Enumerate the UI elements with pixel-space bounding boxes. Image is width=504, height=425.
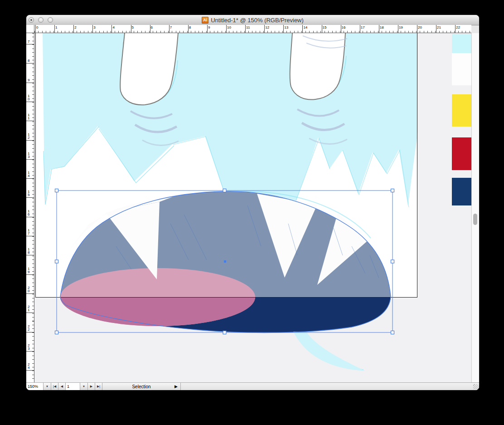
illustrator-file-icon: Ai xyxy=(202,17,208,24)
swatch-navy[interactable] xyxy=(452,178,471,205)
color-swatch-rects[interactable] xyxy=(452,34,471,205)
ruler-number: 16 xyxy=(342,25,346,29)
status-popup-arrow-icon[interactable]: ▶ xyxy=(174,384,178,389)
zoom-level-input[interactable] xyxy=(28,384,43,389)
ruler-tick xyxy=(35,25,36,33)
document-canvas[interactable] xyxy=(34,33,471,382)
swatch-red[interactable] xyxy=(452,137,471,170)
ruler-number: 22 xyxy=(456,25,460,29)
next-page-button[interactable]: ▶ xyxy=(88,383,95,390)
artwork-svg xyxy=(34,33,471,382)
vertical-scrollbar[interactable] xyxy=(471,33,479,382)
ruler-tick xyxy=(188,25,189,33)
ruler-number: 15 xyxy=(323,25,327,29)
ruler-tick xyxy=(26,121,34,121)
vertical-scrollbar-thumb[interactable] xyxy=(473,214,477,225)
ruler-number: 9 xyxy=(28,78,29,82)
previous-page-icon: ◀ xyxy=(61,385,63,388)
ruler-tick xyxy=(417,25,417,33)
ruler-number: 2 1 xyxy=(28,305,29,312)
ruler-tick xyxy=(54,25,55,33)
ruler-number: 10 xyxy=(227,25,231,29)
ruler-number: 1 8 xyxy=(28,248,29,254)
ruler-tick xyxy=(360,25,360,33)
selection-center-point xyxy=(224,260,226,263)
ruler-tick xyxy=(264,25,265,33)
ruler-number: 2 2 xyxy=(28,325,29,331)
previous-page-button[interactable]: ◀ xyxy=(58,383,66,390)
ruler-tick xyxy=(150,25,150,33)
zoom-level-field[interactable] xyxy=(26,383,44,390)
ruler-tick xyxy=(26,236,34,236)
zoom-dropdown-button[interactable]: ▼ xyxy=(44,383,51,390)
ruler-number: 7 xyxy=(170,25,172,29)
ruler-number: 21 xyxy=(437,25,441,29)
ruler-number: 3 xyxy=(93,25,95,29)
status-label: Selection xyxy=(132,384,150,389)
ruler-tick xyxy=(283,25,284,33)
ruler-number: 6 xyxy=(151,25,153,29)
horizontal-scrollbar[interactable] xyxy=(181,383,479,390)
ruler-number: 1 7 xyxy=(28,229,29,235)
window-title: Untitled-1* @ 150% (RGB/Preview) xyxy=(211,17,304,24)
ruler-number: 2 3 xyxy=(28,344,29,350)
ruler-number: 8 xyxy=(189,25,191,29)
vertical-ruler[interactable]: 7891 01 11 21 31 41 51 61 71 81 92 02 12… xyxy=(26,33,34,382)
window-resize-grip-icon[interactable] xyxy=(473,384,478,389)
status-display[interactable]: Selection ▶ xyxy=(102,383,181,390)
ruler-number: 11 xyxy=(246,25,250,29)
title-area: Ai Untitled-1* @ 150% (RGB/Preview) xyxy=(26,15,479,25)
page-number-field[interactable] xyxy=(66,383,80,390)
ruler-tick xyxy=(436,25,436,33)
ruler-tick xyxy=(26,351,34,352)
ruler-tick xyxy=(169,25,170,33)
ruler-number: 1 6 xyxy=(28,210,29,216)
horizontal-scrollbar-thumb[interactable] xyxy=(479,384,479,389)
ruler-tick xyxy=(111,25,112,33)
ruler-tick xyxy=(26,293,34,294)
swatch-yellow[interactable] xyxy=(452,94,471,127)
ruler-number: 18 xyxy=(380,25,384,29)
ruler-tick xyxy=(26,370,34,371)
screenshot-stage: Ai Untitled-1* @ 150% (RGB/Preview) 0123… xyxy=(0,0,504,425)
ruler-tick xyxy=(73,25,74,33)
last-page-button[interactable]: ▶| xyxy=(95,383,102,390)
page-number-input[interactable] xyxy=(67,384,80,389)
ruler-number: 1 3 xyxy=(28,152,29,158)
swatch-white[interactable] xyxy=(452,53,471,85)
ruler-tick xyxy=(26,159,34,160)
window-titlebar[interactable]: Ai Untitled-1* @ 150% (RGB/Preview) xyxy=(26,15,479,25)
ruler-number: 1 0 xyxy=(28,94,29,101)
page-dropdown-button[interactable]: ▼ xyxy=(80,383,88,390)
ruler-number: 5 xyxy=(132,25,134,29)
ruler-tick xyxy=(26,44,34,44)
illustrator-window: Ai Untitled-1* @ 150% (RGB/Preview) 0123… xyxy=(26,15,479,390)
chevron-down-icon: ▼ xyxy=(46,385,48,388)
ruler-tick xyxy=(26,83,34,83)
ruler-tick xyxy=(131,25,131,33)
cursor-position-indicator xyxy=(302,26,303,33)
ruler-tick xyxy=(341,25,341,33)
ruler-number: 12 xyxy=(265,25,269,29)
ruler-number: 1 9 xyxy=(28,267,29,274)
ruler-number: 7 xyxy=(28,40,29,43)
ruler-number: 14 xyxy=(303,25,307,29)
ruler-tick xyxy=(226,25,227,33)
first-page-button[interactable]: |◀ xyxy=(51,383,58,390)
ruler-tick xyxy=(322,25,322,33)
ruler-corner-box[interactable] xyxy=(26,25,34,33)
next-page-icon: ▶ xyxy=(90,385,92,388)
ruler-number: 20 xyxy=(418,25,422,29)
ruler-tick xyxy=(26,274,34,275)
ruler-tick xyxy=(26,63,34,64)
ruler-tick xyxy=(379,25,379,33)
ruler-tick xyxy=(398,25,398,33)
ruler-tick xyxy=(26,140,34,141)
ruler-number: 13 xyxy=(284,25,288,29)
horizontal-ruler[interactable]: 012345678910111213141516171819202122 xyxy=(34,25,471,33)
ruler-tick xyxy=(26,217,34,217)
last-page-icon: ▶| xyxy=(97,385,100,388)
ruler-tick xyxy=(26,197,34,198)
ruler-number: 1 xyxy=(55,25,57,29)
ruler-tick xyxy=(207,25,208,33)
